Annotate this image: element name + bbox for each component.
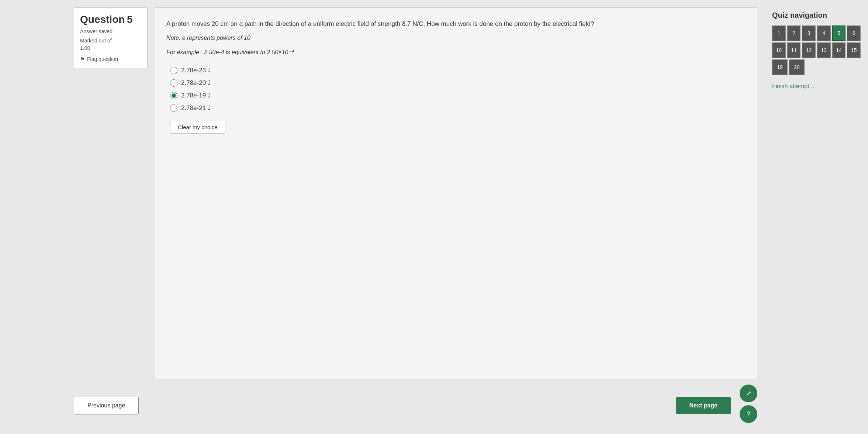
option-1-label: 2.78e-23 J	[181, 67, 211, 74]
question-text: A proton moves 20 cm on a path in the di…	[166, 19, 746, 29]
nav-cell-13[interactable]: 13	[817, 42, 831, 58]
answer-status: Answer saved	[80, 28, 141, 34]
nav-cell-5[interactable]: 5	[832, 25, 846, 41]
marked-out: Marked out of 1.00	[80, 37, 141, 52]
option-4-label: 2.78e-21 J	[181, 104, 211, 112]
nav-cell-1[interactable]: 1	[772, 25, 786, 41]
expand-icon: ⤢	[746, 389, 751, 397]
finish-attempt-link[interactable]: Finish attempt ...	[772, 83, 816, 89]
option-3-label: 2.78e-19 J	[181, 92, 211, 99]
quiz-nav-title: Quiz navigation	[772, 11, 861, 20]
option-1[interactable]: 2.78e-23 J	[170, 67, 746, 74]
question-layout: Question 5 Answer saved Marked out of 1.…	[74, 7, 757, 379]
nav-cell-10[interactable]: 10	[772, 42, 786, 58]
option-2[interactable]: 2.78e-20 J	[170, 79, 746, 87]
question-info-panel: Question 5 Answer saved Marked out of 1.…	[74, 7, 148, 68]
option-3[interactable]: 2.78e-19 J	[170, 92, 746, 99]
quiz-nav-row-1: 1 2 3 4 5 6	[772, 25, 861, 41]
nav-cell-4[interactable]: 4	[817, 25, 831, 41]
quiz-nav-row-2: 10 11 12 13 14 15	[772, 42, 861, 58]
option-4[interactable]: 2.78e-21 J	[170, 104, 746, 112]
help-button[interactable]: ?	[740, 405, 757, 423]
nav-cell-19[interactable]: 19	[772, 59, 788, 75]
floating-buttons: ⤢ ?	[740, 385, 757, 423]
nav-buttons: Previous page Next page ⤢ ?	[74, 388, 757, 427]
example-text: For example : 2.50e-4 is equivalent to 2…	[166, 49, 746, 56]
nav-cell-12[interactable]: 12	[802, 42, 816, 58]
nav-cell-11[interactable]: 11	[787, 42, 801, 58]
question-number: Question 5	[80, 14, 141, 25]
clear-choice-button[interactable]: Clear my choice	[170, 121, 225, 134]
quiz-nav-row-3: 19 20	[772, 59, 861, 75]
next-page-button[interactable]: Next page	[676, 397, 731, 414]
flag-icon: ⚑	[80, 56, 85, 62]
question-content-panel: A proton moves 20 cm on a path in the di…	[155, 7, 757, 379]
option-2-label: 2.78e-20 J	[181, 79, 211, 87]
nav-cell-2[interactable]: 2	[787, 25, 801, 41]
help-icon: ?	[747, 410, 750, 418]
nav-cell-3[interactable]: 3	[802, 25, 816, 41]
nav-cell-6[interactable]: 6	[847, 25, 861, 41]
nav-cell-15[interactable]: 15	[847, 42, 861, 58]
previous-page-button[interactable]: Previous page	[74, 397, 139, 414]
radio-opt4[interactable]	[170, 104, 177, 112]
main-content: Question 5 Answer saved Marked out of 1.…	[66, 7, 765, 427]
radio-opt2[interactable]	[170, 79, 177, 87]
nav-cell-14[interactable]: 14	[832, 42, 846, 58]
page-wrapper: Question 5 Answer saved Marked out of 1.…	[0, 0, 868, 434]
quiz-navigation-sidebar: Quiz navigation 1 2 3 4 5 6 10 11 12 13 …	[765, 7, 868, 427]
radio-opt3[interactable]	[170, 92, 177, 99]
radio-opt1[interactable]	[170, 67, 177, 74]
note-text: Note: e represents powers of 10	[166, 35, 746, 41]
flag-question-button[interactable]: ⚑ Flag question	[80, 56, 141, 62]
options-container: 2.78e-23 J 2.78e-20 J 2.78e-19 J 2.78e-2…	[170, 67, 746, 112]
nav-cell-20[interactable]: 20	[789, 59, 805, 75]
left-sidebar	[0, 7, 66, 427]
expand-button[interactable]: ⤢	[740, 385, 757, 402]
